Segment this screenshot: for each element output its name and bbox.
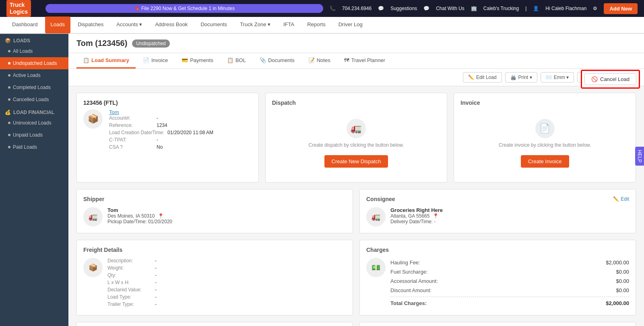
tab-invoice[interactable]: 📄 Invoice [136,53,174,69]
load-advances-card: Load Advances Receive Advance! You can r… [76,322,353,326]
nav-reports[interactable]: Reports [301,17,331,33]
tab-payments[interactable]: 💳 Payments [175,53,220,69]
consignee-info: 🚛 Groceries Right Here Atlanta, GA 55665… [366,207,629,226]
nav-driver-log[interactable]: Driver Log [333,17,368,33]
add-new-button[interactable]: Add New [604,3,638,14]
invoice-placeholder: 📄 Create invoice by clicking the button … [460,111,629,176]
cancel-load-dropdown: 🚫 Cancel Load [581,70,640,89]
page-header: Tom (123456) Undispatched [68,34,644,53]
edit-load-button[interactable]: ✏️ Edit Load [463,72,502,83]
nav-truck-zone[interactable]: Truck Zone ▾ [234,17,276,33]
sidebar-item-undispatched-loads[interactable]: Undispatched Loads [0,57,68,69]
sidebar-item-all-loads[interactable]: All Loads [0,45,68,57]
nav-address-book[interactable]: Address Book [149,17,193,33]
tab-load-summary[interactable]: 📋 Load Summary [76,53,136,69]
freight-qty-row: Qty: - [107,272,346,278]
invoice-title: Invoice [460,100,629,106]
shipper-pickup: Pickup Date/Time: 01/20/2020 [107,219,172,224]
charges-list: Hauling Fee: $2,000.00 Fuel Surcharge: $… [390,258,629,308]
cancel-load-button[interactable]: 🚫 Cancel Load [584,73,636,85]
ctpat-row: C-TPAT: - [109,137,252,143]
charges-section: 💵 Hauling Fee: $2,000.00 Fuel Surcharge:… [366,258,629,308]
tab-bol[interactable]: 📋 BOL [221,53,252,69]
load-details: Tom Account#: - Reference: 1234 Load Cre… [109,109,252,152]
nav-ifta[interactable]: IFTA [278,17,300,33]
tab-documents[interactable]: 📎 Documents [253,53,301,69]
nav-dispatches[interactable]: Dispatches [72,17,109,33]
nav-dashboard[interactable]: Dashboard [6,17,43,33]
sidebar-item-paid-loads[interactable]: Paid Loads [0,141,68,153]
creation-row: Load Creation Date/Time: 01/20/2020 11:0… [109,130,252,135]
box-icon: 📦 [88,114,99,124]
loads-icon: 📦 [5,38,11,44]
load-avatar: 📦 [83,109,103,129]
email-button[interactable]: ✉️ Emm ▾ [541,72,574,83]
tab-travel-planner[interactable]: 🗺 Travel Planner [338,53,392,69]
bottom-row: Load Advances Receive Advance! You can r… [76,322,636,326]
travel-planner-icon: 🗺 [344,57,349,63]
chat-link[interactable]: Chat With Us [436,6,464,11]
settings-icon[interactable]: ⚙ [593,6,597,11]
freight-load-type-row: Load Type: - [107,294,346,300]
account-row: Account#: - [109,115,252,121]
dispatch-placeholder-text: Create dispatch by clicking the button b… [309,142,404,148]
shipper-address: Des Moines, IA 50310 📍 [107,213,172,219]
consignee-edit-link[interactable]: ✏️ Edit [613,196,629,202]
nav-loads[interactable]: Loads [45,17,70,33]
company-name[interactable]: Caleb's Trucking [483,6,519,11]
load-info-card: 123456 (FTL) 📦 Tom Account#: - [76,93,259,183]
sidebar-item-active-loads[interactable]: Active Loads [0,69,68,81]
content-area: 123456 (FTL) 📦 Tom Account#: - [68,86,644,326]
user-icon: 👤 [533,6,539,11]
charges-title: Charges [366,247,629,253]
print-button[interactable]: 🖨️ Print ▾ [505,72,537,83]
edit-icon: ✏️ [468,75,474,80]
tab-notes[interactable]: 📝 Notes [302,53,337,69]
csa-row: CSA ? No [109,144,252,150]
page-title: Tom (123456) [76,39,127,48]
shipper-details: Tom Des Moines, IA 50310 📍 Pickup Date/T… [107,207,172,224]
suggestions-link[interactable]: Suggestions [390,6,417,11]
shipper-header: Shipper [83,196,346,202]
consignee-card: Consignee ✏️ Edit 🚛 Groceries Right Here [359,189,636,233]
discount-amount-row: Discount Amount: $0.00 [390,286,629,295]
bol-icon: 📋 [227,57,233,63]
promo-banner[interactable]: 🔖 File 2290 Now & Get Schedule 1 in Minu… [45,4,323,13]
consignee-address: Atlanta, GA 55665 📍 [390,213,443,219]
sidebar-item-completed-loads[interactable]: Completed Loads [0,81,68,93]
user-name[interactable]: Hi Caleb Flachman [545,6,586,11]
load-id: 123456 (FTL) [83,100,252,106]
invoice-icon: 📄 [535,119,555,138]
sidebar-section-loads: 📦 Loads [0,34,68,45]
documents-icon: 📎 [260,57,266,63]
create-invoice-button[interactable]: Create Invoice [521,155,569,168]
invoice-card: Invoice 📄 Create invoice by clicking the… [454,93,636,183]
charges-card: Charges 💵 Hauling Fee: $2,000.00 [359,240,636,316]
suggestions-icon: 💬 [378,6,384,11]
consignee-name: Groceries Right Here [390,207,443,213]
consignee-delivery: Delivery Date/Time: - [390,219,443,224]
main-content: Tom (123456) Undispatched 📋 Load Summary… [68,34,644,326]
sidebar-item-unpaid-loads[interactable]: Unpaid Loads [0,129,68,141]
consignee-title: Consignee [366,196,395,202]
freight-card: Freight Details 📦 Description: - Weight: [76,240,353,316]
tabs-bar: 📋 Load Summary 📄 Invoice 💳 Payments 📋 BO… [68,53,644,69]
shipper-consignee-row: Shipper 🚛 Tom Des Moines, IA 50310 📍 [76,189,636,233]
dot-icon [8,98,10,101]
sidebar-item-cancelled-loads[interactable]: Cancelled Loads [0,93,68,106]
logo-box: Truck Logics [6,0,31,17]
status-badge: Undispatched [132,39,169,48]
invoice-icon: 📄 [143,57,149,63]
nav-accounts[interactable]: Accounts ▾ [111,17,148,33]
nav-documents[interactable]: Documents [195,17,233,33]
payments-icon: 💳 [182,57,188,63]
phone-number[interactable]: 704.234.6946 [342,6,372,11]
dispatch-icon: 🚛 [347,119,366,138]
help-tab[interactable]: HELP [635,147,644,166]
package-icon: 📦 [89,263,97,272]
shipper-title: Shipper [83,196,104,202]
dispatch-card: Dispatch 🚛 Create dispatch by clicking t… [265,93,448,183]
create-dispatch-button[interactable]: Create New Dispatch [324,155,388,168]
customer-link[interactable]: Tom [109,109,252,115]
sidebar-item-uninvoiced-loads[interactable]: Uninvoiced Loads [0,117,68,129]
